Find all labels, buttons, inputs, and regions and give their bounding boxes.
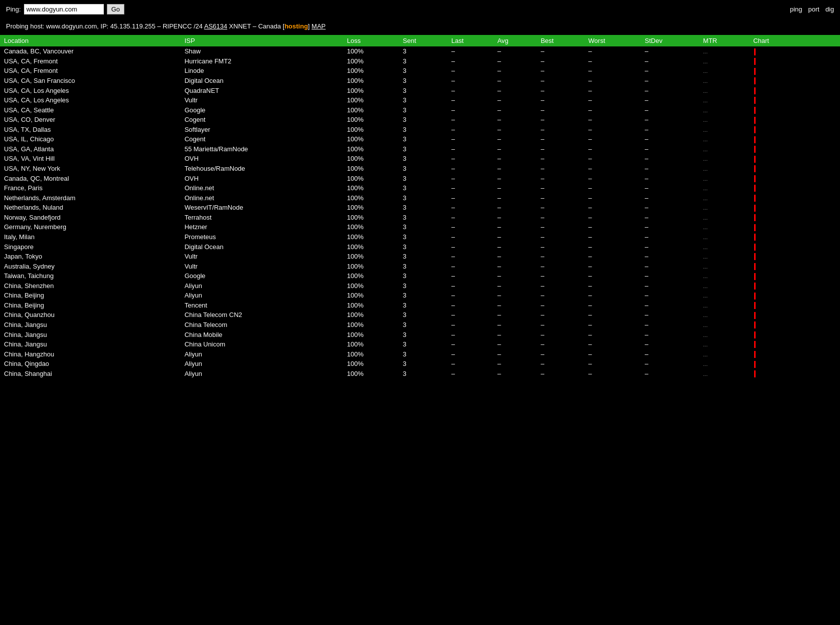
table-row: USA, TX, DallasSoftlayer100%3–––––... — [0, 125, 840, 135]
mtr-link[interactable]: ... — [703, 97, 708, 103]
mtr-link[interactable]: ... — [703, 234, 708, 240]
mtr-link[interactable]: ... — [703, 322, 708, 328]
cell-mtr[interactable]: ... — [699, 252, 749, 262]
mtr-link[interactable]: ... — [703, 273, 708, 279]
mtr-link[interactable]: ... — [703, 244, 708, 250]
mtr-link[interactable]: ... — [703, 254, 708, 260]
cell-mtr[interactable]: ... — [699, 193, 749, 203]
cell-mtr[interactable]: ... — [699, 76, 749, 86]
mtr-link[interactable]: ... — [703, 117, 708, 123]
cell-mtr[interactable]: ... — [699, 222, 749, 232]
mtr-link[interactable]: ... — [703, 205, 708, 211]
cell-mtr[interactable]: ... — [699, 66, 749, 76]
mtr-link[interactable]: ... — [703, 283, 708, 289]
cell-mtr[interactable]: ... — [699, 95, 749, 105]
cell-chart — [749, 232, 840, 242]
ping-input[interactable] — [24, 4, 104, 14]
cell-mtr[interactable]: ... — [699, 46, 749, 56]
hosting-link[interactable]: hosting — [285, 22, 308, 30]
cell-mtr[interactable]: ... — [699, 310, 749, 320]
cell-mtr[interactable]: ... — [699, 301, 749, 311]
cell-chart — [749, 213, 840, 223]
mtr-link[interactable]: ... — [703, 303, 708, 309]
mtr-link[interactable]: ... — [703, 332, 708, 338]
mtr-link[interactable]: ... — [703, 88, 708, 94]
mtr-link[interactable]: ... — [703, 341, 708, 347]
cell-loss: 100% — [343, 125, 399, 135]
cell-mtr[interactable]: ... — [699, 125, 749, 135]
cell-loss: 100% — [343, 222, 399, 232]
cell-mtr[interactable]: ... — [699, 242, 749, 252]
cell-mtr[interactable]: ... — [699, 232, 749, 242]
cell-worst: – — [584, 329, 641, 339]
mtr-link[interactable]: ... — [703, 107, 708, 113]
cell-best: – — [537, 301, 584, 311]
mtr-link[interactable]: ... — [703, 264, 708, 270]
cell-mtr[interactable]: ... — [699, 320, 749, 330]
mtr-link[interactable]: ... — [703, 127, 708, 133]
mtr-link[interactable]: ... — [703, 48, 708, 54]
cell-location: Singapore — [0, 242, 180, 252]
mtr-link[interactable]: ... — [703, 361, 708, 367]
mtr-link[interactable]: ... — [703, 185, 708, 191]
cell-mtr[interactable]: ... — [699, 154, 749, 164]
cell-mtr[interactable]: ... — [699, 115, 749, 125]
cell-best: – — [537, 95, 584, 105]
nav-port[interactable]: port — [808, 5, 819, 13]
cell-mtr[interactable]: ... — [699, 329, 749, 339]
cell-mtr[interactable]: ... — [699, 271, 749, 281]
chart-bar — [754, 68, 756, 75]
mtr-link[interactable]: ... — [703, 224, 708, 230]
mtr-link[interactable]: ... — [703, 136, 708, 142]
cell-avg: – — [493, 349, 537, 359]
mtr-link[interactable]: ... — [703, 312, 708, 318]
mtr-link[interactable]: ... — [703, 68, 708, 74]
mtr-link[interactable]: ... — [703, 166, 708, 172]
go-button[interactable]: Go — [107, 4, 124, 14]
cell-mtr[interactable]: ... — [699, 261, 749, 271]
nav-dig[interactable]: dig — [826, 5, 834, 13]
mtr-link[interactable]: ... — [703, 146, 708, 152]
map-link[interactable]: MAP — [312, 22, 326, 30]
cell-worst: – — [584, 46, 641, 56]
mtr-link[interactable]: ... — [703, 293, 708, 299]
cell-mtr[interactable]: ... — [699, 173, 749, 183]
cell-mtr[interactable]: ... — [699, 164, 749, 174]
cell-mtr[interactable]: ... — [699, 359, 749, 369]
table-row: Italy, MilanPrometeus100%3–––––... — [0, 232, 840, 242]
asn-link[interactable]: AS6134 — [204, 22, 227, 30]
mtr-link[interactable]: ... — [703, 215, 708, 221]
cell-mtr[interactable]: ... — [699, 85, 749, 95]
cell-mtr[interactable]: ... — [699, 105, 749, 115]
mtr-link[interactable]: ... — [703, 371, 708, 377]
cell-mtr[interactable]: ... — [699, 291, 749, 301]
chart-bar — [754, 331, 756, 338]
cell-mtr[interactable]: ... — [699, 369, 749, 379]
cell-loss: 100% — [343, 173, 399, 183]
cell-mtr[interactable]: ... — [699, 213, 749, 223]
mtr-link[interactable]: ... — [703, 78, 708, 84]
cell-mtr[interactable]: ... — [699, 56, 749, 66]
cell-mtr[interactable]: ... — [699, 349, 749, 359]
cell-avg: – — [493, 164, 537, 174]
mtr-link[interactable]: ... — [703, 195, 708, 201]
cell-last: – — [447, 46, 493, 56]
cell-mtr[interactable]: ... — [699, 339, 749, 349]
cell-mtr[interactable]: ... — [699, 134, 749, 144]
nav-ping[interactable]: ping — [790, 5, 803, 13]
mtr-link[interactable]: ... — [703, 58, 708, 64]
mtr-link[interactable]: ... — [703, 156, 708, 162]
cell-mtr[interactable]: ... — [699, 203, 749, 213]
mtr-link[interactable]: ... — [703, 176, 708, 182]
table-row: USA, CA, FremontHurricane FMT2100%3–––––… — [0, 56, 840, 66]
mtr-link[interactable]: ... — [703, 351, 708, 357]
cell-mtr[interactable]: ... — [699, 281, 749, 291]
cell-last: – — [447, 66, 493, 76]
cell-mtr[interactable]: ... — [699, 144, 749, 154]
cell-stdev: – — [641, 310, 699, 320]
table-row: Australia, SydneyVultr100%3–––––... — [0, 261, 840, 271]
cell-worst: – — [584, 125, 641, 135]
cell-best: – — [537, 164, 584, 174]
cell-worst: – — [584, 242, 641, 252]
cell-mtr[interactable]: ... — [699, 183, 749, 193]
